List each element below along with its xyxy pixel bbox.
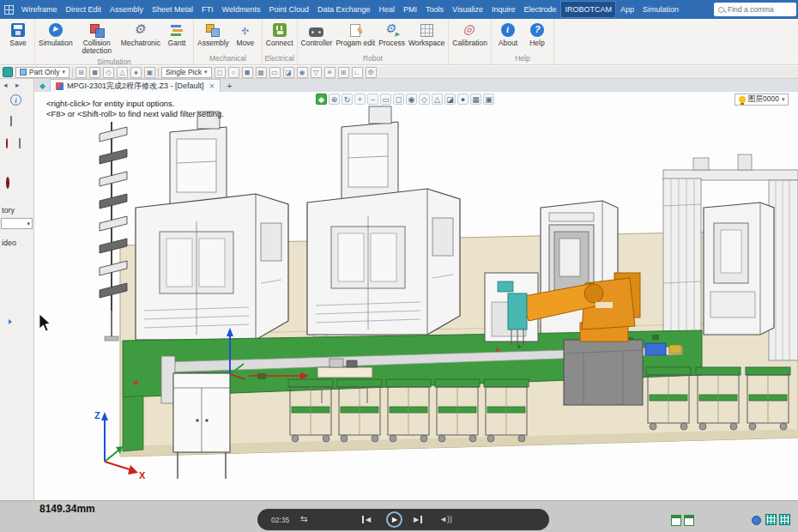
- csys-icon[interactable]: ∟: [352, 67, 363, 78]
- preferences-icon[interactable]: ⚙: [366, 67, 377, 78]
- spreadsheet-icon-1[interactable]: [671, 515, 681, 526]
- zoom-out-icon[interactable]: −: [367, 94, 378, 105]
- previous-button[interactable]: ◀: [362, 516, 371, 523]
- menu-fti[interactable]: FTI: [197, 1, 218, 18]
- material-icon[interactable]: ▽: [311, 67, 322, 78]
- zoom-in-icon[interactable]: +: [354, 94, 366, 105]
- grid-snap-icon[interactable]: ⊞: [338, 67, 349, 78]
- new-tab-button[interactable]: +: [222, 81, 236, 92]
- single-pick-dropdown[interactable]: Single Pick: [161, 67, 212, 78]
- program-edit-button[interactable]: Progam edit: [334, 21, 377, 53]
- window-grid-icon[interactable]: [4, 5, 14, 15]
- appearance-icon[interactable]: ◉: [297, 67, 308, 78]
- pick-lasso-icon[interactable]: ○: [228, 67, 239, 78]
- display-state-icon[interactable]: [3, 67, 13, 77]
- perspective-icon[interactable]: △: [432, 94, 443, 105]
- wireframe-display-icon[interactable]: ▦: [256, 67, 267, 78]
- menu-simulation[interactable]: Simulation: [638, 1, 683, 18]
- menu-weldments[interactable]: Weldments: [218, 1, 265, 18]
- background-icon[interactable]: ▦: [470, 94, 481, 105]
- cnc-machine-2[interactable]: [307, 106, 460, 340]
- filter-face-icon[interactable]: ◼: [89, 67, 100, 78]
- measure-icon[interactable]: ▣: [483, 94, 494, 105]
- menu-assembly[interactable]: Assembly: [106, 1, 148, 18]
- cnc-machine-1[interactable]: [136, 112, 288, 345]
- light-icon[interactable]: ☀: [324, 67, 336, 78]
- play-button[interactable]: [386, 511, 402, 528]
- filter-point-icon[interactable]: ●: [130, 67, 142, 78]
- shaded-display-icon[interactable]: ◼: [242, 67, 253, 78]
- menu-heal[interactable]: Heal: [375, 1, 400, 18]
- format-dropdown[interactable]: [1, 218, 33, 229]
- menu-tools[interactable]: Tools: [421, 1, 448, 18]
- scene-canvas[interactable]: Z X: [34, 92, 798, 500]
- controller-button[interactable]: Controller: [299, 21, 335, 53]
- home-diamond-icon[interactable]: ◆: [37, 82, 48, 92]
- info-icon[interactable]: i: [10, 94, 21, 106]
- search-input[interactable]: [728, 5, 791, 14]
- yellow-box[interactable]: [669, 345, 681, 354]
- zoom-all-icon[interactable]: ◻: [393, 94, 404, 105]
- playback-bar[interactable]: 02:35 ⇆ ◀ ▶ ◄)): [257, 509, 549, 530]
- move-button[interactable]: Move: [231, 21, 260, 53]
- model-box-icon[interactable]: [10, 117, 12, 125]
- menu-direct-edit[interactable]: Direct Edit: [62, 1, 106, 18]
- menu-data-exchange[interactable]: Data Exchange: [313, 1, 375, 18]
- wireframe-mode-icon[interactable]: ◇: [419, 94, 430, 105]
- menu-pmi[interactable]: PMI: [399, 1, 421, 18]
- table-grid-icon-1[interactable]: [765, 514, 777, 525]
- connect-button[interactable]: Connect: [264, 21, 295, 53]
- dock-right-icon[interactable]: ▸: [15, 81, 20, 89]
- assembly-button[interactable]: Assembly: [196, 21, 231, 53]
- message-icon[interactable]: [752, 516, 761, 525]
- menu-irobotcam[interactable]: IROBOTCAM: [560, 1, 616, 18]
- process-button[interactable]: Process: [377, 21, 407, 53]
- filter-edge-icon[interactable]: ◇: [103, 67, 114, 78]
- view-cube-icon[interactable]: ◆: [316, 94, 327, 105]
- zoom-window-icon[interactable]: ▭: [380, 94, 391, 105]
- table-grid-icon-2[interactable]: [779, 514, 790, 525]
- menu-wireframe[interactable]: Wireframe: [17, 1, 62, 18]
- workspace-button[interactable]: Workspace: [407, 21, 446, 53]
- filter-shape-icon[interactable]: ⊞: [76, 67, 87, 78]
- mechatronic-button[interactable]: Mechatronic: [119, 21, 162, 57]
- command-search[interactable]: [714, 3, 796, 16]
- record-dot-icon[interactable]: [6, 139, 8, 148]
- section-view-icon[interactable]: ◪: [444, 94, 456, 105]
- snapshot-icon[interactable]: [19, 139, 21, 148]
- graphics-viewport[interactable]: Z X <right-click> for entity input optio…: [34, 92, 798, 500]
- quick-section-icon[interactable]: ◪: [283, 67, 294, 78]
- spreadsheet-icon-2[interactable]: [684, 515, 694, 526]
- filter-curve-icon[interactable]: △: [117, 67, 128, 78]
- render-mode-icon[interactable]: ●: [457, 94, 469, 105]
- save-button[interactable]: Save: [3, 21, 33, 54]
- collision-detection-button[interactable]: Collision detection: [75, 21, 119, 57]
- pick-box-icon[interactable]: ◻: [215, 67, 226, 78]
- menu-electrode[interactable]: Electrode: [519, 1, 560, 18]
- menu-sheet-metal[interactable]: Sheet Metal: [148, 1, 197, 18]
- menu-app[interactable]: App: [616, 1, 638, 18]
- menu-visualize[interactable]: Visualize: [448, 1, 487, 18]
- tab-close-icon[interactable]: ✕: [207, 82, 215, 90]
- layer-dropdown[interactable]: 图层0000: [735, 94, 789, 106]
- menu-inquire[interactable]: Inquire: [487, 1, 520, 18]
- gantt-button[interactable]: Gantt: [162, 21, 191, 57]
- about-button[interactable]: About: [493, 21, 523, 53]
- menu-point-cloud[interactable]: Point Cloud: [264, 1, 313, 18]
- simulation-button[interactable]: Simulation: [37, 21, 75, 57]
- hidden-line-icon[interactable]: ▭: [269, 67, 281, 78]
- shuffle-icon[interactable]: ⇆: [300, 514, 307, 523]
- next-button[interactable]: ▶: [414, 516, 422, 523]
- shade-mode-icon[interactable]: ◉: [406, 94, 417, 105]
- document-tab[interactable]: MPGI-2301完成2程序修改.Z3 - [Default] ✕: [50, 79, 221, 92]
- filter-component-icon[interactable]: ▣: [144, 67, 155, 78]
- dock-left-icon[interactable]: ◂: [3, 81, 8, 89]
- record-button[interactable]: [6, 178, 9, 187]
- blue-pallet[interactable]: [645, 343, 666, 355]
- calibration-button[interactable]: Calibration: [450, 21, 489, 54]
- help-button[interactable]: Help: [523, 21, 552, 53]
- part-only-dropdown[interactable]: Part Only: [15, 67, 70, 78]
- robot-gripper[interactable]: [508, 293, 527, 329]
- axis-triad-icon[interactable]: ⊕: [329, 94, 340, 105]
- cnc-machine-4[interactable]: [704, 203, 774, 335]
